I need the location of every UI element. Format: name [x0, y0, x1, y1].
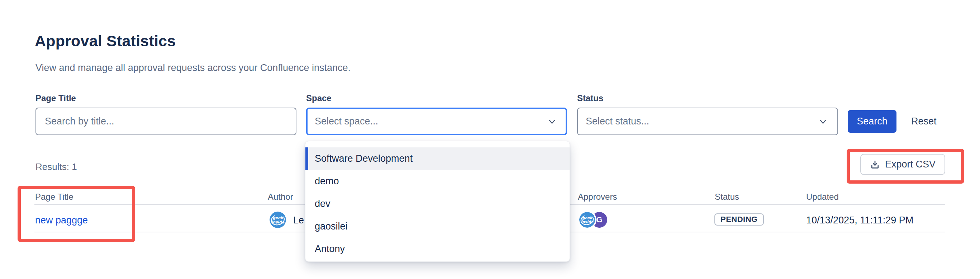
approvers-avatar-stack: geek inside G	[579, 212, 607, 228]
reset-button[interactable]: Reset	[908, 110, 940, 133]
chevron-down-icon	[818, 116, 828, 127]
column-header-author: Author	[268, 192, 293, 202]
selected-option-accent-bar	[305, 147, 308, 170]
author-avatar: geek inside	[270, 212, 286, 228]
author-name: Le	[293, 215, 304, 226]
space-option-label: gaosilei	[315, 221, 348, 232]
space-dropdown-menu: Software Development demo dev gaosilei A…	[305, 141, 570, 262]
page-subtitle: View and manage all approval requests ac…	[35, 62, 350, 74]
export-csv-button[interactable]: Export CSV	[860, 154, 945, 175]
search-button[interactable]: Search	[848, 110, 896, 133]
space-option-label: demo	[315, 176, 339, 187]
page-title-filter-label: Page Title	[35, 93, 76, 103]
space-select-placeholder: Select space...	[315, 116, 378, 127]
column-header-updated: Updated	[806, 192, 839, 202]
space-option-antony[interactable]: Antony	[305, 238, 570, 260]
space-option-label: dev	[315, 198, 331, 209]
approval-statistics-page: Approval Statistics View and manage all …	[0, 0, 980, 279]
status-filter-label: Status	[577, 93, 603, 103]
chevron-down-icon	[547, 116, 557, 127]
column-header-status: Status	[715, 192, 739, 202]
column-header-approvers: Approvers	[578, 192, 617, 202]
page-link[interactable]: new paggge	[35, 215, 88, 226]
status-select-placeholder: Select status...	[586, 116, 649, 127]
space-option-label: Software Development	[315, 153, 412, 164]
page-title-search-input[interactable]	[35, 108, 296, 135]
space-filter-label: Space	[306, 93, 332, 103]
approver-avatar-geek-inside: geek inside	[579, 212, 595, 228]
svg-text:inside: inside	[581, 220, 593, 224]
status-select[interactable]: Select status...	[577, 108, 838, 135]
space-option-demo[interactable]: demo	[305, 170, 570, 193]
space-select[interactable]: Select space...	[306, 108, 567, 135]
export-csv-label: Export CSV	[885, 159, 935, 170]
column-header-page-title: Page Title	[35, 192, 73, 202]
space-option-software-development[interactable]: Software Development	[305, 147, 570, 170]
download-icon	[870, 159, 880, 170]
updated-timestamp: 10/13/2025, 11:11:29 PM	[806, 215, 913, 226]
page-title: Approval Statistics	[35, 32, 176, 50]
approver-initial: G	[596, 215, 602, 225]
space-option-gaosilei[interactable]: gaosilei	[305, 215, 570, 238]
svg-text:inside: inside	[271, 220, 285, 224]
space-option-label: Antony	[315, 244, 345, 254]
results-count: Results: 1	[35, 161, 77, 172]
space-option-dev[interactable]: dev	[305, 193, 570, 215]
status-badge: PENDING	[714, 214, 764, 226]
